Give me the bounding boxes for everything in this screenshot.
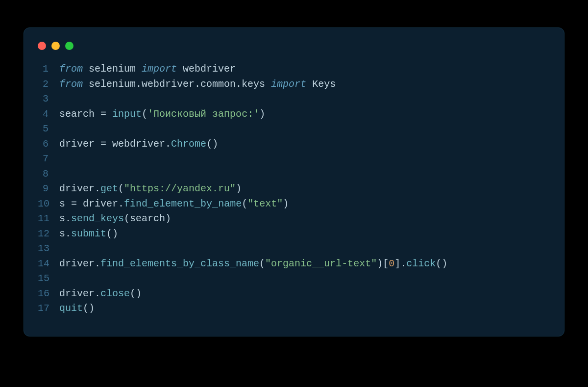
token: s	[59, 198, 65, 209]
code-line[interactable]: 9driver.get("https://yandex.ru")	[38, 181, 550, 197]
token: )	[165, 213, 171, 224]
minimize-icon[interactable]	[51, 42, 60, 50]
code-content[interactable]: driver.find_elements_by_class_name("orga…	[59, 257, 447, 272]
token: =	[100, 108, 106, 120]
code-line[interactable]: 14driver.find_elements_by_class_name("or…	[38, 257, 550, 272]
token: .	[65, 228, 71, 239]
token: get	[100, 183, 118, 194]
token: "organic__url-text"	[265, 258, 377, 269]
token: driver	[59, 258, 95, 269]
token: s	[59, 228, 65, 239]
token: selenium.webdriver.common.keys	[89, 78, 265, 90]
token	[95, 138, 100, 150]
token: ()	[206, 138, 218, 150]
line-number: 11	[38, 211, 59, 227]
token: from	[59, 78, 83, 90]
token: .	[95, 258, 100, 269]
line-number: 13	[38, 241, 59, 257]
token	[95, 108, 100, 120]
line-number: 12	[38, 227, 59, 242]
code-line[interactable]: 2from selenium.webdriver.common.keys imp…	[38, 77, 550, 92]
token: =	[100, 138, 106, 150]
code-content[interactable]: driver.close()	[59, 286, 142, 302]
token: 0	[389, 258, 394, 269]
token: import	[142, 63, 177, 75]
code-line[interactable]: 12s.submit()	[38, 227, 550, 242]
code-content[interactable]: s = driver.find_element_by_name("text")	[59, 197, 289, 212]
code-line[interactable]: 7	[38, 152, 550, 167]
token: driver	[59, 183, 95, 194]
code-content[interactable]	[59, 271, 65, 286]
token: .	[65, 213, 71, 224]
code-line[interactable]: 4search = input('Поисковый запрос:')	[38, 107, 550, 122]
line-number: 8	[38, 167, 59, 182]
close-icon[interactable]	[38, 42, 46, 50]
code-content[interactable]	[59, 92, 65, 107]
token	[177, 63, 183, 75]
code-editor[interactable]: 1from selenium import webdriver2from sel…	[38, 62, 550, 316]
code-content[interactable]: s.send_keys(search)	[59, 211, 171, 227]
token: )	[236, 183, 242, 194]
code-content[interactable]	[59, 122, 65, 137]
token	[306, 78, 312, 90]
code-line[interactable]: 6driver = webdriver.Chrome()	[38, 137, 550, 152]
token: .	[165, 138, 171, 150]
code-line[interactable]: 5	[38, 122, 550, 137]
code-content[interactable]: from selenium import webdriver	[59, 62, 236, 77]
token	[77, 198, 83, 209]
token	[265, 78, 271, 90]
code-content[interactable]: from selenium.webdriver.common.keys impo…	[59, 77, 336, 92]
token: 'Поисковый запрос:'	[147, 108, 259, 120]
token: quit	[59, 303, 83, 314]
line-number: 7	[38, 152, 59, 167]
token: driver	[59, 138, 95, 150]
line-number: 15	[38, 271, 59, 286]
code-line[interactable]: 1from selenium import webdriver	[38, 62, 550, 77]
token: (	[142, 108, 147, 120]
token: ()	[106, 228, 118, 239]
token: close	[100, 288, 130, 299]
token: "text"	[247, 198, 283, 209]
code-window: 1from selenium import webdriver2from sel…	[24, 27, 564, 336]
line-number: 14	[38, 257, 59, 272]
token: find_elements_by_class_name	[100, 258, 259, 269]
token: send_keys	[71, 213, 124, 224]
code-line[interactable]: 17quit()	[38, 301, 550, 316]
token: from	[59, 63, 83, 75]
code-line[interactable]: 15	[38, 271, 550, 286]
line-number: 3	[38, 92, 59, 107]
line-number: 6	[38, 137, 59, 152]
code-line[interactable]: 8	[38, 167, 550, 182]
code-line[interactable]: 10s = driver.find_element_by_name("text"…	[38, 197, 550, 212]
code-line[interactable]: 16driver.close()	[38, 286, 550, 302]
code-line[interactable]: 13	[38, 241, 550, 257]
token: .	[95, 183, 100, 194]
code-line[interactable]: 11s.send_keys(search)	[38, 211, 550, 227]
token: submit	[71, 228, 106, 239]
code-content[interactable]: search = input('Поисковый запрос:')	[59, 107, 265, 122]
token: driver	[59, 288, 95, 299]
code-line[interactable]: 3	[38, 92, 550, 107]
line-number: 2	[38, 77, 59, 92]
token: search	[59, 108, 95, 120]
code-content[interactable]	[59, 152, 65, 167]
token: (	[118, 183, 124, 194]
code-content[interactable]: driver = webdriver.Chrome()	[59, 137, 218, 152]
maximize-icon[interactable]	[65, 42, 74, 50]
stage: 1from selenium import webdriver2from sel…	[0, 0, 588, 387]
token	[136, 63, 142, 75]
line-number: 9	[38, 181, 59, 197]
token: ()	[130, 288, 142, 299]
token	[106, 108, 112, 120]
token: ()	[436, 258, 447, 269]
code-content[interactable]: quit()	[59, 301, 95, 316]
token: Chrome	[171, 138, 206, 150]
token: Keys	[312, 78, 336, 90]
code-content[interactable]	[59, 167, 65, 182]
token	[83, 78, 89, 90]
token: )[	[377, 258, 389, 269]
token: import	[271, 78, 306, 90]
code-content[interactable]	[59, 241, 65, 257]
code-content[interactable]: driver.get("https://yandex.ru")	[59, 181, 242, 197]
code-content[interactable]: s.submit()	[59, 227, 118, 242]
